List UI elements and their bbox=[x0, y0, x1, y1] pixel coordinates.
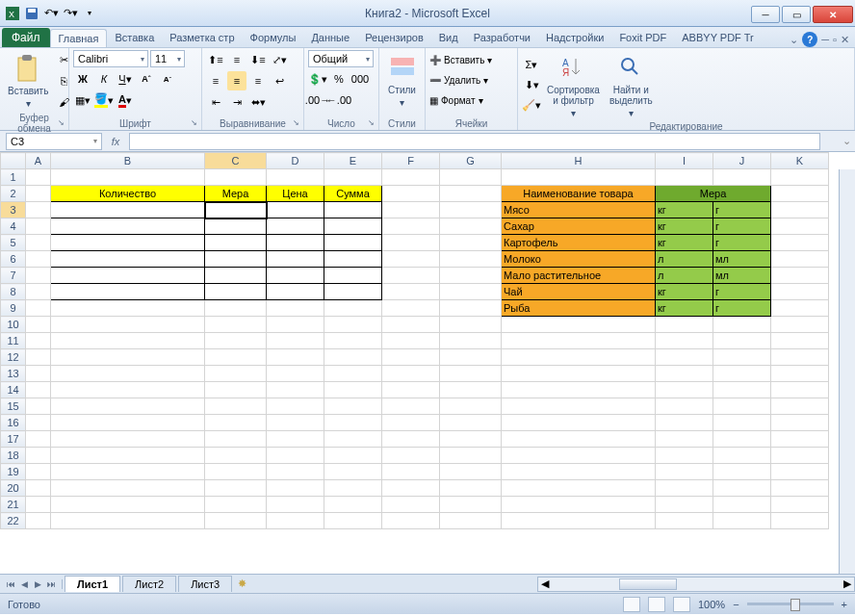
cell-G18[interactable] bbox=[440, 448, 502, 464]
currency-icon[interactable]: 💲▾ bbox=[308, 69, 327, 89]
row-header-8[interactable]: 8 bbox=[1, 284, 26, 300]
cell-I8[interactable]: кг bbox=[656, 284, 713, 300]
zoom-level[interactable]: 100% bbox=[698, 599, 725, 610]
cell-H5[interactable]: Картофель bbox=[502, 235, 656, 251]
decrease-indent-icon[interactable]: ⇤ bbox=[206, 92, 225, 112]
number-format-combo[interactable]: Общий bbox=[308, 50, 374, 67]
row-header-10[interactable]: 10 bbox=[1, 317, 26, 333]
cell-I7[interactable]: л bbox=[656, 268, 713, 284]
font-name-combo[interactable]: Calibri bbox=[73, 50, 148, 67]
format-cells-button[interactable]: ▦Формат ▾ bbox=[429, 90, 513, 110]
row-header-4[interactable]: 4 bbox=[1, 218, 26, 235]
cell-C13[interactable] bbox=[205, 366, 267, 382]
cell-E10[interactable] bbox=[324, 317, 382, 333]
cell-B18[interactable] bbox=[51, 448, 205, 464]
cell-C5[interactable] bbox=[205, 235, 267, 251]
cell-A4[interactable] bbox=[26, 218, 51, 235]
cell-E8[interactable] bbox=[324, 284, 382, 300]
cell-J16[interactable] bbox=[713, 415, 771, 431]
cell-H20[interactable] bbox=[502, 480, 656, 497]
cell-F10[interactable] bbox=[382, 317, 440, 333]
fx-icon[interactable]: fx bbox=[102, 136, 129, 147]
vertical-scrollbar[interactable] bbox=[839, 169, 855, 574]
cell-A5[interactable] bbox=[26, 235, 51, 251]
cell-K2[interactable] bbox=[771, 186, 829, 202]
cell-A1[interactable] bbox=[26, 169, 51, 186]
cell-B19[interactable] bbox=[51, 464, 205, 480]
tab-10[interactable]: ABBYY PDF Tr bbox=[674, 29, 761, 47]
col-header-J[interactable]: J bbox=[713, 153, 771, 169]
increase-font-icon[interactable]: Aˆ bbox=[137, 69, 156, 89]
cell-F5[interactable] bbox=[382, 235, 440, 251]
cell-C19[interactable] bbox=[205, 464, 267, 480]
tab-8[interactable]: Надстройки bbox=[538, 29, 611, 47]
cell-I16[interactable] bbox=[656, 415, 713, 431]
wrap-text-icon[interactable]: ↩ bbox=[270, 71, 289, 90]
cell-I20[interactable] bbox=[656, 480, 713, 497]
decrease-decimal-icon[interactable]: ←.00 bbox=[329, 90, 349, 110]
cell-J22[interactable] bbox=[713, 513, 771, 529]
cell-B13[interactable] bbox=[51, 366, 205, 382]
col-header-C[interactable]: C bbox=[205, 153, 267, 169]
font-size-combo[interactable]: 11 bbox=[150, 50, 185, 67]
cell-C21[interactable] bbox=[205, 497, 267, 513]
cell-K22[interactable] bbox=[771, 513, 829, 529]
cell-H11[interactable] bbox=[502, 333, 656, 349]
cell-C18[interactable] bbox=[205, 448, 267, 464]
cell-E18[interactable] bbox=[324, 448, 382, 464]
cell-G16[interactable] bbox=[440, 415, 502, 431]
cell-K9[interactable] bbox=[771, 300, 829, 317]
cell-D2[interactable]: Цена bbox=[267, 186, 324, 202]
cell-E22[interactable] bbox=[324, 513, 382, 529]
align-launcher[interactable]: ↘ bbox=[290, 116, 301, 128]
expand-formula-icon[interactable]: ⌄ bbox=[838, 135, 855, 147]
cell-C20[interactable] bbox=[205, 480, 267, 497]
cell-J9[interactable]: г bbox=[713, 300, 771, 317]
cell-G6[interactable] bbox=[440, 251, 502, 268]
sheet-tab-1[interactable]: Лист2 bbox=[122, 576, 176, 592]
tab-2[interactable]: Разметка стр bbox=[162, 29, 242, 47]
cell-A8[interactable] bbox=[26, 284, 51, 300]
cell-A7[interactable] bbox=[26, 268, 51, 284]
cell-D7[interactable] bbox=[267, 268, 324, 284]
cell-H15[interactable] bbox=[502, 398, 656, 415]
cell-K3[interactable] bbox=[771, 202, 829, 218]
cell-D17[interactable] bbox=[267, 431, 324, 448]
cell-G3[interactable] bbox=[440, 202, 502, 218]
cell-J1[interactable] bbox=[713, 169, 771, 186]
cell-I13[interactable] bbox=[656, 366, 713, 382]
cell-C4[interactable] bbox=[205, 218, 267, 235]
cell-A10[interactable] bbox=[26, 317, 51, 333]
cell-C15[interactable] bbox=[205, 398, 267, 415]
cell-E7[interactable] bbox=[324, 268, 382, 284]
cell-C11[interactable] bbox=[205, 333, 267, 349]
sheet-tab-0[interactable]: Лист1 bbox=[65, 576, 120, 592]
col-header-A[interactable]: A bbox=[26, 153, 51, 169]
cell-D21[interactable] bbox=[267, 497, 324, 513]
cell-I4[interactable]: кг bbox=[656, 218, 713, 235]
cell-G12[interactable] bbox=[440, 349, 502, 366]
cell-C22[interactable] bbox=[205, 513, 267, 529]
col-header-K[interactable]: K bbox=[771, 153, 829, 169]
cell-B8[interactable] bbox=[51, 284, 205, 300]
cell-B16[interactable] bbox=[51, 415, 205, 431]
minimize-button[interactable]: ─ bbox=[751, 6, 780, 23]
tab-6[interactable]: Вид bbox=[431, 29, 466, 47]
new-sheet-icon[interactable]: ✸ bbox=[238, 578, 246, 590]
cell-F13[interactable] bbox=[382, 366, 440, 382]
cell-H2[interactable]: Наименование товара bbox=[502, 186, 656, 202]
cell-J20[interactable] bbox=[713, 480, 771, 497]
cell-B11[interactable] bbox=[51, 333, 205, 349]
cell-G7[interactable] bbox=[440, 268, 502, 284]
cell-A15[interactable] bbox=[26, 398, 51, 415]
cell-E12[interactable] bbox=[324, 349, 382, 366]
cell-B2[interactable]: Количество bbox=[51, 186, 205, 202]
number-launcher[interactable]: ↘ bbox=[365, 116, 376, 128]
cell-A13[interactable] bbox=[26, 366, 51, 382]
cell-B6[interactable] bbox=[51, 251, 205, 268]
cell-I9[interactable]: кг bbox=[656, 300, 713, 317]
cell-H7[interactable]: Мало растительное bbox=[502, 268, 656, 284]
cell-C1[interactable] bbox=[205, 169, 267, 186]
close-button[interactable]: ✕ bbox=[813, 6, 853, 23]
align-center-icon[interactable]: ≡ bbox=[227, 71, 246, 90]
